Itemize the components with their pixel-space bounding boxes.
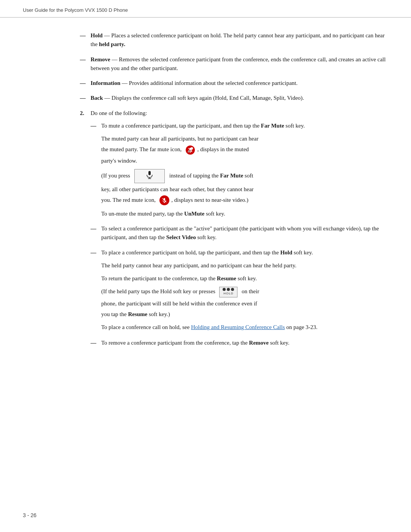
- mute-text-after: soft key.: [284, 123, 305, 129]
- mute-para3: party's window.: [101, 156, 388, 165]
- sub-content-remove-participant: To remove a conference participant from …: [101, 339, 388, 347]
- far-mute-svg: [188, 147, 193, 153]
- step-number: 2.: [80, 109, 91, 118]
- svg-line-3: [188, 148, 192, 152]
- hold-para3: (If the held party taps the Hold soft ke…: [101, 287, 388, 297]
- unmute-term: UnMute: [184, 211, 204, 217]
- sub-dash-hold-participant: —: [91, 248, 99, 257]
- hold-label: HOLD: [223, 291, 233, 296]
- hold-para4: phone, the participant will still be hel…: [101, 299, 388, 308]
- hold-circle-1: [223, 288, 226, 291]
- sub-bullet-list: — To mute a conference participant, tap …: [91, 121, 388, 347]
- step-2-text: Do one of the following:: [91, 109, 388, 118]
- top-bullet-list: — Hold — Places a selected conference pa…: [80, 31, 388, 103]
- resume-term2: Resume: [128, 311, 147, 317]
- bullet-information-content: Information — Provides additional inform…: [91, 79, 388, 88]
- svg-rect-0: [190, 148, 191, 150]
- bullet-information: — Information — Provides additional info…: [80, 79, 388, 88]
- hold-circle-3: [231, 288, 234, 291]
- red-mute-icon: [159, 195, 169, 205]
- red-mute-svg: [162, 198, 167, 203]
- page-footer: 3 - 26: [23, 512, 37, 518]
- bullet-hold-content: Hold — Places a selected conference part…: [91, 31, 388, 49]
- mute-para1: The muted party can hear all participant…: [101, 134, 388, 143]
- information-term: Information: [91, 80, 120, 86]
- page-container: User Guide for the Polycom VVX 1500 D Ph…: [0, 0, 411, 532]
- main-content: — Hold — Places a selected conference pa…: [0, 18, 411, 375]
- sub-bullet-select-video: — To select a conference participant as …: [91, 224, 388, 242]
- sub-content-hold-participant: To place a conference participant on hol…: [101, 248, 388, 335]
- back-term: Back: [91, 95, 103, 101]
- press-line2: key, all other participants can hear eac…: [101, 185, 388, 194]
- hold-icon-inner: HOLD: [223, 288, 234, 296]
- mute-para2: the muted party. The far mute icon, , di…: [101, 145, 388, 155]
- dash-remove: —: [80, 55, 88, 64]
- dash-back: —: [80, 94, 88, 102]
- svg-rect-4: [148, 171, 151, 175]
- far-mute-term2: Far Mute: [220, 173, 243, 179]
- sub-dash-remove-participant: —: [91, 339, 99, 347]
- sub-content-select-video: To select a conference participant as th…: [101, 224, 388, 242]
- unmute-para: To un-mute the muted party, tap the UnMu…: [101, 209, 388, 218]
- hold-icon-box: HOLD: [219, 287, 237, 297]
- press-line3: you. The red mute icon, , displays next …: [101, 195, 388, 206]
- hold-circle-2: [227, 288, 230, 291]
- bullet-remove-content: Remove — Removes the selected conference…: [91, 55, 388, 73]
- resume-term: Resume: [217, 275, 236, 281]
- hold-para6: To place a conference call on hold, see …: [101, 323, 388, 332]
- hold-term2: Hold: [280, 249, 292, 256]
- mute-press-para: (If you press instead of tapping the Far…: [101, 169, 388, 183]
- dash-information: —: [80, 79, 88, 88]
- bullet-back: — Back — Displays the conference call so…: [80, 94, 388, 102]
- far-mute-term: Far Mute: [261, 123, 284, 129]
- select-video-term: Select Video: [166, 234, 196, 240]
- sub-bullet-hold-participant: — To place a conference participant on h…: [91, 248, 388, 335]
- hold-para2: To return the participant to the confere…: [101, 274, 388, 283]
- bullet-back-content: Back — Displays the conference call soft…: [91, 94, 388, 102]
- sub-dash-mute: —: [91, 121, 99, 130]
- page-header: User Guide for the Polycom VVX 1500 D Ph…: [0, 0, 411, 18]
- mute-button-box: [134, 169, 165, 183]
- sub-bullet-remove-participant: — To remove a conference participant fro…: [91, 339, 388, 347]
- hold-dash: — Places a selected conference participa…: [91, 32, 385, 47]
- sub-dash-select-video: —: [91, 224, 99, 233]
- information-dash: — Provides additional information about …: [120, 80, 298, 86]
- remove-term2: Remove: [249, 340, 269, 346]
- bullet-hold: — Hold — Places a selected conference pa…: [80, 31, 388, 49]
- sub-bullet-mute: — To mute a conference participant, tap …: [91, 121, 388, 222]
- bullet-remove: — Remove — Removes the selected conferen…: [80, 55, 388, 73]
- hold-term: Hold: [91, 32, 103, 38]
- holding-resuming-link[interactable]: Holding and Resuming Conference Calls: [191, 324, 285, 330]
- header-title: User Guide for the Polycom VVX 1500 D Ph…: [23, 7, 128, 13]
- hold-circles: [223, 288, 234, 291]
- page-number: 3 - 26: [23, 512, 37, 518]
- hold-para5: you tap the Resume soft key.): [101, 310, 388, 319]
- sub-content-mute: To mute a conference participant, tap th…: [101, 121, 388, 222]
- remove-term: Remove: [91, 56, 110, 62]
- far-mute-icon: [186, 145, 195, 155]
- remove-dash: — Removes the selected conference partic…: [91, 56, 386, 71]
- hold-para1: The held party cannot hear any participa…: [101, 261, 388, 270]
- dash-hold: —: [80, 31, 88, 40]
- back-dash: — Displays the conference call soft keys…: [103, 95, 304, 101]
- mute-text-before: To mute a conference participant, tap th…: [101, 123, 261, 129]
- microphone-icon: [146, 171, 153, 179]
- step-2: 2. Do one of the following:: [80, 109, 388, 118]
